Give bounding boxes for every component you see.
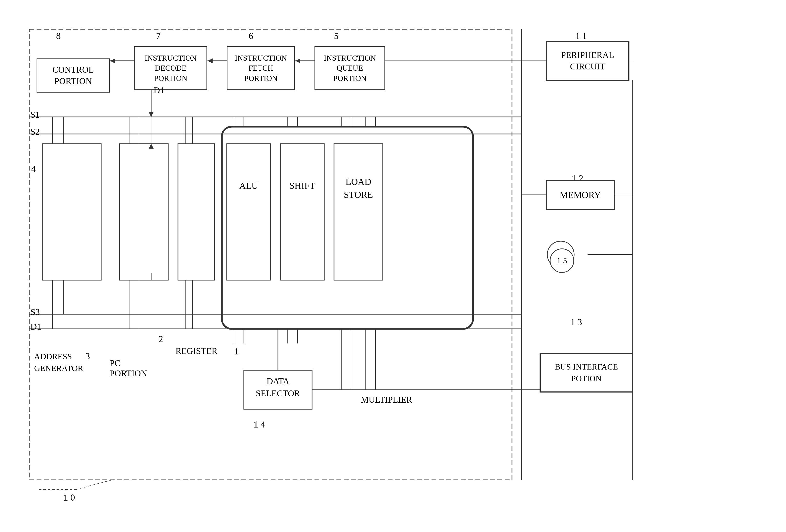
svg-marker-35 xyxy=(149,144,154,149)
register-label: REGISTER xyxy=(176,346,217,356)
s2-label: S2 xyxy=(30,127,40,137)
d1-label-bottom: D1 xyxy=(30,321,41,332)
control-portion-box: CONTROL PORTION xyxy=(37,58,110,93)
svg-rect-18 xyxy=(43,144,101,280)
svg-line-74 xyxy=(75,480,112,490)
svg-marker-11 xyxy=(208,58,213,63)
ref-num-3: 3 xyxy=(85,351,90,362)
shift-label: SHIFT xyxy=(280,180,324,191)
svg-marker-13 xyxy=(149,112,154,117)
alu-label: ALU xyxy=(227,180,271,191)
svg-rect-21 xyxy=(222,127,473,329)
svg-marker-9 xyxy=(296,58,300,63)
ref-num-4: 4 xyxy=(31,163,36,174)
ref-num-11: 1 1 xyxy=(575,30,587,41)
ref-num-14: 1 4 xyxy=(254,419,265,430)
svg-rect-22 xyxy=(227,144,271,280)
ref-num-8: 8 xyxy=(56,30,61,41)
ref-num-1: 1 xyxy=(234,346,239,357)
pc-portion-label: PCPORTION xyxy=(110,358,147,379)
s1-label: S1 xyxy=(30,110,40,120)
bus-interface-box: BUS INTERFACEPOTION xyxy=(540,353,633,392)
svg-rect-20 xyxy=(178,144,214,280)
memory-box: MEMORY xyxy=(546,180,615,210)
ref-num-10: 1 0 xyxy=(63,492,75,503)
ref-num-2: 2 xyxy=(159,334,163,344)
ref-num-6: 6 xyxy=(249,30,253,41)
circle-15: 1 5 xyxy=(550,248,574,273)
ref-num-13: 1 3 xyxy=(571,317,582,328)
instruction-queue-box: INSTRUCTIONQUEUEPORTION xyxy=(315,46,385,90)
peripheral-circuit-box: PERIPHERALCIRCUIT xyxy=(546,42,629,80)
d1-label-top: D1 xyxy=(154,85,164,96)
load-store-label: LOAD STORE xyxy=(334,175,383,201)
address-generator-label: ADDRESSGENERATOR xyxy=(34,351,84,374)
svg-rect-0 xyxy=(29,29,512,480)
svg-rect-23 xyxy=(280,144,324,280)
svg-marker-7 xyxy=(110,58,115,63)
instruction-decode-box: INSTRUCTIONDECODEPORTION xyxy=(134,46,207,90)
multiplier-label: MULTIPLIER xyxy=(361,395,412,405)
ref-num-5: 5 xyxy=(334,30,339,41)
data-selector-label: DATA SELECTOR xyxy=(244,375,312,400)
s3-label: S3 xyxy=(30,307,40,317)
instruction-fetch-box: INSTRUCTIONFETCHPORTION xyxy=(227,46,295,90)
ref-num-7: 7 xyxy=(156,30,161,41)
svg-rect-24 xyxy=(334,144,383,280)
svg-rect-19 xyxy=(119,144,168,280)
